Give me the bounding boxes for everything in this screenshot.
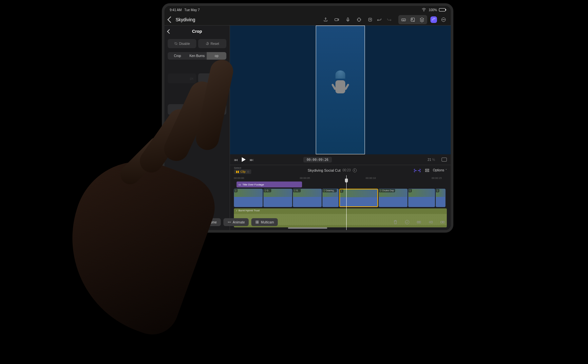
svg-rect-18 — [257, 221, 259, 222]
overwrite-icon[interactable] — [440, 219, 446, 225]
status-bar: 9:41 AM Tue May 7 100% — [164, 6, 451, 14]
width-input[interactable]: px — [168, 73, 196, 83]
jog-wheel-widget[interactable] — [451, 85, 453, 98]
width-input-2[interactable]: 1502 px — [198, 73, 227, 83]
svg-rect-22 — [417, 221, 419, 223]
check-circle-icon[interactable] — [404, 219, 410, 225]
timeline-ruler: 00:00:00 00:00:05 00:00:10 00:00:15 — [230, 177, 451, 180]
inspector-title: Crop — [192, 29, 202, 34]
play-button[interactable] — [242, 157, 246, 162]
more-icon[interactable] — [440, 16, 447, 23]
animate-button[interactable]: Animate — [223, 218, 249, 226]
back-button[interactable] — [167, 16, 174, 23]
svg-point-9 — [443, 19, 443, 20]
battery-icon — [439, 8, 446, 11]
svg-point-15 — [228, 222, 229, 222]
timeline-title: Skydiving Social Cut — [308, 168, 340, 172]
clip-icon: ▯ — [235, 189, 237, 192]
video-clip[interactable]: ▯ — [234, 189, 263, 207]
svg-rect-25 — [443, 221, 444, 223]
video-clip[interactable]: ▯Gearing... — [322, 189, 339, 207]
video-clip[interactable]: ▯ — [436, 189, 446, 207]
fit-to-window-icon[interactable] — [442, 158, 447, 162]
inspect-button[interactable]: Inspect — [170, 218, 194, 226]
status-date: Tue May 7 — [184, 8, 200, 12]
layers-icon[interactable] — [419, 16, 425, 23]
svg-point-16 — [230, 222, 231, 222]
home-indicator[interactable] — [288, 227, 327, 229]
snap-icon[interactable]: ⊱⊰ — [413, 168, 421, 173]
start-crop-button[interactable]: art — [168, 104, 226, 115]
svg-rect-2 — [347, 18, 349, 20]
volume-button[interactable]: Volume — [196, 218, 220, 226]
multicam-button[interactable]: Multicam — [251, 218, 278, 226]
transport-bar: ⏮ ⏭ 00:00:09:26 21 % — [230, 154, 451, 165]
tab-crop[interactable]: Crop — [168, 52, 187, 60]
zoom-level[interactable]: 21 % — [427, 158, 435, 162]
status-time: 9:41 AM — [170, 8, 182, 12]
export-icon[interactable] — [367, 16, 373, 23]
disable-button[interactable]: Disable — [168, 39, 196, 48]
svg-rect-1 — [335, 18, 338, 21]
svg-rect-13 — [425, 171, 429, 172]
svg-rect-17 — [256, 221, 257, 222]
prev-frame-button[interactable]: ⏮ — [234, 158, 238, 162]
wifi-icon — [421, 7, 427, 13]
video-clip[interactable]: ▯G... — [263, 189, 292, 207]
insert-icon[interactable] — [428, 219, 434, 225]
project-title: Skydiving — [176, 17, 254, 22]
clip-icon: ▯ — [437, 189, 438, 192]
clip-icon: ▯ — [341, 190, 342, 192]
tab-flop[interactable]: op — [207, 52, 226, 60]
crop-frame[interactable] — [316, 26, 365, 154]
reset-button[interactable]: Reset — [198, 39, 227, 48]
svg-rect-6 — [411, 18, 415, 21]
title-clip[interactable]: ▭ Title Over Footage — [237, 182, 302, 187]
video-clip[interactable]: ▯Chutes Dep — [379, 189, 408, 207]
pencil-tool-icon[interactable] — [430, 16, 437, 23]
svg-rect-23 — [419, 221, 421, 223]
photo-icon[interactable] — [409, 16, 416, 23]
clip-icon: ▯ — [324, 189, 325, 192]
svg-rect-20 — [257, 222, 259, 224]
tab-kenburns[interactable]: Ken Burns — [187, 52, 207, 60]
video-clip[interactable]: ▯ — [408, 189, 435, 207]
clip-selector[interactable]: ▮▮ Clip ◇ — [234, 169, 251, 174]
battery-percent: 100% — [428, 8, 437, 12]
next-frame-button[interactable]: ⏭ — [250, 158, 254, 162]
timeline-view-icon[interactable] — [424, 167, 430, 174]
viewer-area: ⏮ ⏭ 00:00:09:26 21 % Select ▮▮ Clip ◇ — [230, 26, 451, 230]
marker-icon[interactable] — [356, 16, 362, 23]
info-icon[interactable]: i — [353, 168, 357, 172]
video-clip[interactable]: ▯G... — [293, 189, 322, 207]
video-clip[interactable]: ▯ — [339, 189, 378, 207]
top-toolbar: Skydiving — [164, 14, 451, 26]
inspector-panel: Crop Disable Reset Crop Ken Burns op — [164, 26, 230, 230]
dial-icon — [453, 88, 453, 94]
svg-point-0 — [424, 11, 424, 11]
undo-icon[interactable] — [376, 16, 383, 23]
bottom-toolbar: Inspect Volume Animate Multicam — [164, 218, 451, 226]
voiceover-icon[interactable] — [345, 16, 351, 23]
svg-rect-5 — [402, 19, 406, 21]
connected-clip-icon[interactable] — [416, 219, 422, 225]
camera-icon[interactable] — [333, 16, 340, 23]
skydiver-subject — [327, 70, 353, 97]
select-label: Select — [234, 166, 251, 169]
options-button[interactable]: Options ˅ — [433, 168, 447, 172]
timecode-display[interactable]: 00:00:09:26 — [303, 157, 332, 163]
clip-icon: ▯ — [265, 189, 266, 192]
inspector-back-button[interactable] — [167, 29, 172, 33]
redo-icon[interactable] — [386, 16, 392, 23]
clip-icon: ▯ — [380, 189, 381, 192]
svg-rect-19 — [256, 222, 257, 224]
share-icon[interactable] — [322, 16, 329, 23]
trash-icon[interactable] — [392, 219, 398, 225]
title-icon: ▭ — [238, 183, 241, 186]
height-input-2[interactable]: 0 px — [206, 87, 226, 97]
crop-mode-tabs: Crop Ken Burns op — [168, 52, 226, 60]
keyboard-icon[interactable] — [400, 16, 407, 23]
clip-icon: ▯ — [294, 189, 295, 192]
playhead[interactable] — [346, 175, 347, 230]
video-preview[interactable] — [230, 26, 451, 154]
